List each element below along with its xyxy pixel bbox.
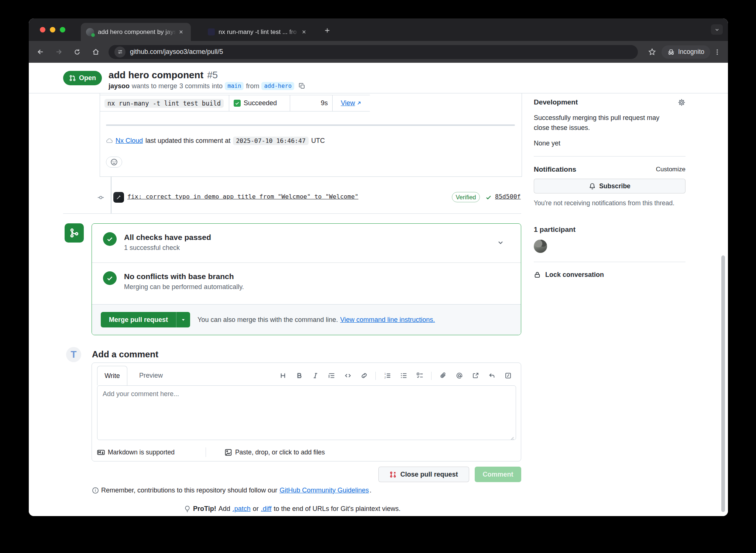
checks-passed-title: All checks have passed	[124, 232, 211, 242]
close-tab-icon[interactable]	[176, 27, 186, 37]
bookmark-star-icon[interactable]	[645, 45, 659, 59]
attach-file-icon[interactable]	[437, 370, 449, 382]
lock-conversation-button[interactable]: Lock conversation	[534, 271, 685, 279]
tab-title: add hero component by jayso	[98, 28, 176, 36]
nx-cloud-link[interactable]: Nx Cloud	[116, 137, 143, 145]
svg-text:1: 1	[384, 372, 386, 375]
contribution-note: Remember, contributions to this reposito…	[92, 487, 371, 494]
participants-heading: 1 participant	[534, 226, 685, 234]
incognito-badge[interactable]: Incognito	[662, 45, 710, 59]
resize-grip[interactable]	[509, 435, 514, 440]
protip-note: ProTip! Add .patch or .diff to the end o…	[63, 505, 521, 513]
check-duration: 9s	[321, 99, 328, 107]
success-check-icon	[103, 271, 117, 285]
check-status: Succeeded	[244, 99, 277, 107]
pr-commit-count[interactable]: 3 commits	[179, 82, 210, 90]
heading-icon[interactable]	[276, 370, 289, 382]
merge-options-caret[interactable]	[176, 312, 190, 327]
cross-reference-icon[interactable]	[469, 370, 482, 382]
browser-toolbar: github.com/jaysoo3/acme/pull/5 Incognito	[29, 41, 728, 63]
sidebar-divider	[534, 262, 685, 262]
comment-form: Write Preview 12	[92, 363, 521, 461]
diff-link[interactable]: .diff	[261, 505, 272, 513]
git-merge-icon	[65, 223, 84, 243]
scrollbar-thumb[interactable]	[721, 255, 725, 512]
pull-request-icon	[69, 75, 76, 82]
commit-message-link[interactable]: fix: correct typo in demo app title from…	[127, 193, 358, 200]
browser-menu-icon[interactable]	[710, 45, 724, 59]
nx-cloud-timestamp: 2025-07-10 16:46:47	[233, 137, 309, 145]
comment-button[interactable]: Comment	[475, 467, 521, 482]
pr-author[interactable]: jaysoo	[109, 82, 130, 90]
tab-write[interactable]: Write	[97, 366, 127, 385]
add-reaction-button[interactable]	[106, 157, 122, 168]
view-link[interactable]: View	[341, 99, 361, 107]
current-user-avatar[interactable]: T	[66, 347, 81, 362]
code-icon[interactable]	[341, 370, 354, 382]
comment-hr	[106, 124, 515, 126]
participant-avatar[interactable]	[534, 240, 547, 253]
commit-author-avatar[interactable]	[113, 192, 124, 203]
bold-icon[interactable]	[293, 370, 305, 382]
pr-sidebar: Development Successfully merging this pu…	[534, 98, 685, 279]
close-pull-request-button[interactable]: Close pull request	[378, 467, 469, 482]
site-controls-icon[interactable]	[114, 47, 126, 58]
pr-title: add hero component	[109, 69, 203, 81]
reply-icon[interactable]	[485, 370, 498, 382]
check-favicon-badge	[91, 33, 95, 37]
commit-sha-link[interactable]: 85d500f	[495, 193, 521, 200]
zoom-window-button[interactable]	[60, 27, 65, 32]
italic-icon[interactable]	[309, 370, 322, 382]
no-conflicts-row: No conflicts with base branch Merging ca…	[92, 263, 521, 291]
cli-instructions-link[interactable]: View command line instructions.	[340, 316, 435, 324]
back-button[interactable]	[33, 45, 47, 59]
tab-search-button[interactable]	[711, 24, 723, 35]
close-window-button[interactable]	[40, 27, 45, 32]
home-button[interactable]	[89, 45, 103, 59]
address-bar[interactable]: github.com/jaysoo3/acme/pull/5	[109, 45, 638, 59]
close-tab-icon[interactable]	[299, 27, 309, 37]
slash-command-icon[interactable]	[502, 370, 514, 382]
info-icon	[92, 487, 99, 494]
attach-files-button[interactable]: Paste, drop, or click to add files	[224, 449, 325, 456]
external-arrow-icon	[357, 101, 361, 106]
minimize-window-button[interactable]	[50, 27, 55, 32]
check-duration-cell: 9s	[290, 95, 333, 111]
chevron-down-icon[interactable]	[497, 239, 504, 246]
task-list-icon[interactable]	[413, 370, 426, 382]
community-guidelines-link[interactable]: GitHub Community Guidelines	[279, 487, 369, 494]
incognito-icon	[667, 48, 675, 56]
head-branch-label[interactable]: add-hero	[261, 82, 294, 90]
quote-icon[interactable]	[325, 370, 338, 382]
pr-state-badge: Open	[63, 71, 102, 85]
sidebar-divider	[534, 156, 685, 157]
tab-pull-request[interactable]: add hero component by jayso	[81, 23, 191, 41]
comment-form-footer: Markdown is supported Paste, drop, or cl…	[97, 445, 325, 460]
base-branch-label[interactable]: main	[225, 82, 244, 90]
tab-preview[interactable]: Preview	[133, 366, 169, 385]
comment-input[interactable]	[97, 385, 516, 440]
smiley-icon	[110, 158, 118, 166]
copy-icon[interactable]	[299, 83, 305, 89]
gear-icon[interactable]	[678, 99, 685, 106]
toolbar-divider	[375, 372, 376, 380]
link-icon[interactable]	[358, 370, 370, 382]
patch-link[interactable]: .patch	[233, 505, 251, 513]
tab-nx-run[interactable]: nx run-many -t lint test ... fro	[203, 23, 314, 41]
customize-link[interactable]: Customize	[656, 166, 685, 173]
markdown-supported-link[interactable]: Markdown is supported	[97, 449, 175, 456]
timeline-divider	[63, 213, 521, 214]
merge-actions-footer: Merge pull request You can also merge th…	[92, 304, 521, 335]
mention-icon[interactable]	[453, 370, 465, 382]
incognito-label: Incognito	[678, 48, 704, 56]
nx-cloud-tz: UTC	[311, 137, 325, 145]
subscribe-button[interactable]: Subscribe	[534, 179, 685, 193]
development-heading: Development	[534, 98, 578, 106]
reload-button[interactable]	[70, 45, 84, 59]
forward-button[interactable]	[52, 45, 66, 59]
merge-pull-request-button[interactable]: Merge pull request	[101, 312, 190, 327]
pr-sticky-header: Open add hero component #5 jaysoo wants …	[29, 63, 728, 93]
ordered-list-icon[interactable]: 12	[381, 370, 394, 382]
unordered-list-icon[interactable]	[397, 370, 410, 382]
new-tab-button[interactable]	[324, 27, 330, 34]
